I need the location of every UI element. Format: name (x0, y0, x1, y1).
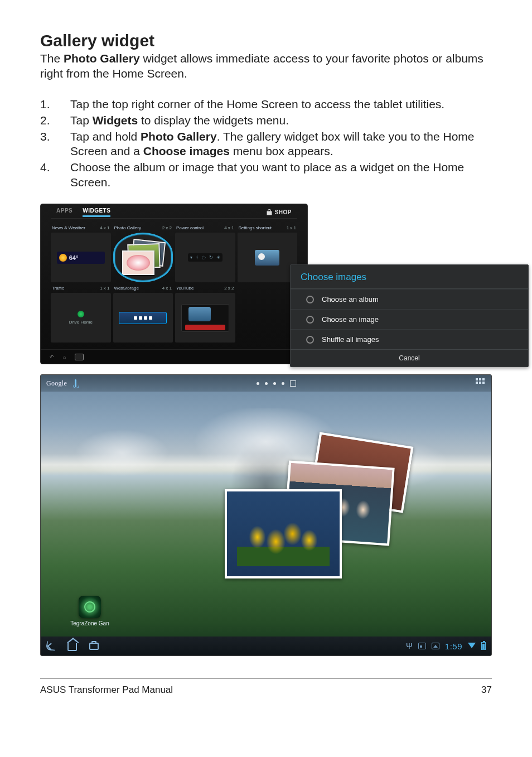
radio-icon (306, 336, 314, 344)
temp-value: 64° (69, 254, 79, 261)
webstorage-preview (119, 312, 167, 324)
settings-preview-icon (255, 250, 279, 266)
apps-drawer-icon[interactable] (476, 378, 486, 388)
shop-label: SHOP (275, 209, 292, 215)
widget-size: 1 x 1 (100, 286, 109, 291)
traffic-sublabel: Drive Home (69, 320, 93, 325)
home-nav-bar: Ψ 1:59 (41, 637, 491, 655)
instruction-list: Tap the top right corner of the Home Scr… (40, 97, 492, 190)
status-icon-2 (432, 643, 439, 649)
shop-bag-icon (266, 209, 273, 216)
step-2-post: to display the widgets menu. (138, 114, 289, 127)
widget-photo-gallery[interactable]: Photo Gallery2 x 2 (113, 224, 173, 282)
home-top-bar: Google (41, 375, 491, 392)
step-2: Tap Widgets to display the widgets menu. (40, 113, 492, 128)
tab-widgets[interactable]: WIDGETS (83, 208, 110, 217)
step-3-pre: Tap and hold (70, 130, 141, 143)
footer-title: ASUS Transformer Pad Manual (40, 684, 173, 696)
traffic-dot-icon (78, 311, 84, 317)
tab-apps[interactable]: APPS (56, 208, 72, 217)
widget-size: 4 x 1 (162, 286, 172, 291)
widget-size: 2 x 2 (162, 225, 172, 230)
widget-label: Settings shortcut (239, 225, 272, 230)
sun-icon (59, 254, 67, 262)
intro-pre: The (40, 52, 64, 65)
battery-icon (481, 642, 486, 650)
widget-settings-shortcut[interactable]: Settings shortcut1 x 1 (238, 224, 298, 282)
wifi-icon: ▾ (190, 255, 192, 260)
widget-label: News & Weather (52, 225, 85, 230)
step-4: Choose the album or image that you want … (40, 160, 492, 190)
widget-news-weather[interactable]: News & Weather4 x 1 64° (51, 224, 111, 282)
brightness-icon: ☀ (216, 255, 220, 260)
radio-icon (306, 316, 314, 324)
bt-icon: ᚼ (196, 255, 199, 260)
nav-recent-icon[interactable] (89, 643, 99, 650)
widget-empty-slot (238, 285, 298, 343)
step-3: Tap and hold Photo Gallery. The gallery … (40, 129, 492, 160)
tegrazone-shortcut[interactable]: TegraZone Gan (69, 596, 111, 626)
power-control-preview: ▾ ᚼ ◌ ↻ ☀ (188, 253, 223, 262)
usb-icon: Ψ (406, 642, 413, 650)
widget-label: Traffic (52, 286, 64, 291)
widget-label: WebStorage (114, 286, 139, 291)
step-2-bold: Widgets (93, 114, 138, 127)
cancel-button[interactable]: Cancel (291, 349, 528, 367)
tegrazone-label: TegraZone Gan (70, 620, 109, 626)
home-page-indicator[interactable] (257, 380, 296, 387)
widget-label: Photo Gallery (114, 225, 141, 230)
page-footer: ASUS Transformer Pad Manual 37 (40, 678, 492, 696)
widget-size: 1 x 1 (287, 225, 296, 230)
status-icon-1 (418, 643, 426, 649)
step-1: Tap the top right corner of the Home Scr… (40, 97, 492, 112)
widget-size: 4 x 1 (224, 225, 234, 230)
photo-stack-icon (121, 240, 165, 275)
option-label: Choose an image (322, 315, 379, 324)
option-label: Shuffle all images (322, 335, 379, 344)
youtube-preview (181, 304, 229, 332)
widget-size: 2 x 2 (224, 286, 234, 291)
google-search[interactable]: Google (46, 379, 67, 388)
photo-gallery-widget[interactable] (225, 445, 403, 578)
sync-icon: ↻ (209, 255, 213, 260)
voice-search-icon[interactable] (75, 379, 76, 387)
step-3-bold1: Photo Gallery (141, 130, 217, 143)
system-nav-bar: ↶ ⌂ (41, 349, 307, 364)
step-3-post: menu box appears. (230, 144, 333, 157)
widget-power-control[interactable]: Power control4 x 1 ▾ ᚼ ◌ ↻ ☀ (175, 224, 235, 282)
nav-home-icon[interactable] (67, 642, 77, 651)
step-3-bold2: Choose images (143, 144, 230, 157)
tegrazone-icon (79, 596, 101, 618)
divider (51, 218, 297, 219)
widget-webstorage[interactable]: WebStorage4 x 1 (113, 285, 173, 343)
nav-back-icon[interactable]: ↶ (50, 354, 54, 360)
intro-paragraph: The Photo Gallery widget allows immediat… (40, 51, 492, 81)
weather-preview: 64° (57, 252, 105, 264)
shop-button[interactable]: SHOP (266, 209, 292, 216)
option-label: Choose an album (322, 295, 379, 303)
choose-images-dialog: Choose images Choose an album Choose an … (290, 264, 529, 367)
status-tray[interactable]: Ψ 1:59 (406, 642, 486, 651)
intro-bold: Photo Gallery (64, 52, 140, 65)
figure-widgets-panel-with-menu: APPS WIDGETS SHOP News & Weather4 x 1 (40, 204, 492, 364)
section-heading: Gallery widget (40, 31, 492, 50)
option-shuffle-all[interactable]: Shuffle all images (291, 329, 528, 349)
step-2-pre: Tap (70, 114, 93, 127)
widget-label: Power control (176, 225, 204, 230)
widget-youtube[interactable]: YouTube2 x 2 (175, 285, 235, 343)
nav-home-icon[interactable]: ⌂ (63, 354, 66, 360)
widget-size: 4 x 1 (100, 225, 109, 230)
widget-label: YouTube (176, 286, 194, 291)
nav-recent-icon[interactable] (75, 354, 84, 360)
option-choose-image[interactable]: Choose an image (291, 309, 528, 329)
radio-icon (306, 296, 314, 303)
clock: 1:59 (445, 642, 462, 651)
widget-traffic[interactable]: Traffic1 x 1 Drive Home (51, 285, 111, 343)
nav-back-icon[interactable] (46, 641, 56, 651)
dialog-title: Choose images (291, 265, 528, 289)
page-number: 37 (481, 684, 492, 696)
gps-icon: ◌ (202, 255, 206, 260)
photo-gallery-highlight (113, 233, 173, 282)
option-choose-album[interactable]: Choose an album (291, 289, 528, 309)
figure-home-screen: Google TegraZone Gan (40, 374, 492, 656)
